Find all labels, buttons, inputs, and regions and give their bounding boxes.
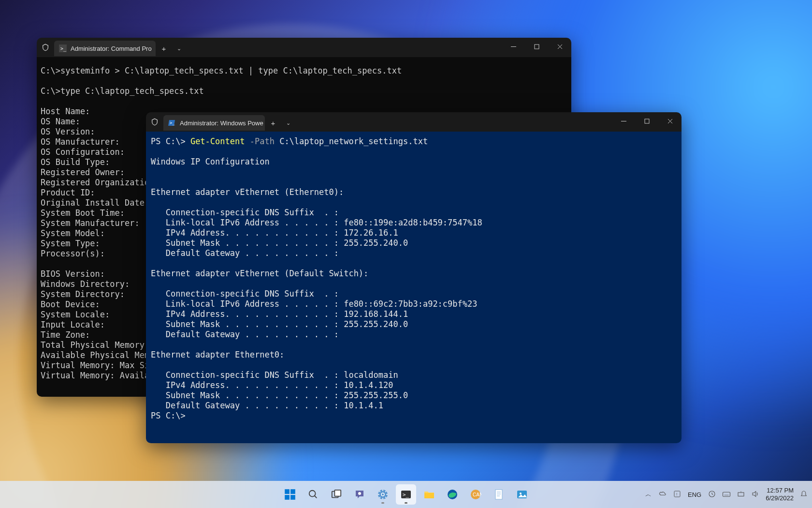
start-button[interactable] [280,484,300,505]
svg-rect-32 [424,493,434,498]
svg-text:>_: >_ [403,492,409,498]
admin-shield-icon [37,38,54,57]
ps-terminal-output[interactable]: PS C:\> Get-Content -Path C:\laptop_netw… [146,132,682,443]
svg-rect-12 [290,489,295,494]
svg-point-19 [358,492,361,495]
svg-rect-13 [285,495,290,500]
cmd-tab-title: Administrator: Command Pro [71,45,152,52]
svg-text:!: ! [676,492,677,496]
admin-shield-icon [146,112,163,132]
edge-canary-button[interactable]: CAN [465,484,486,505]
ps-minimize-button[interactable] [612,112,635,130]
ps-tab[interactable]: >_ Administrator: Windows Powe ✕ [163,115,265,131]
terminal-button[interactable]: >_ [396,484,416,505]
ps-new-tab-button[interactable]: + [265,115,281,131]
notepad-button[interactable] [489,484,509,505]
svg-rect-47 [738,493,744,496]
powershell-icon: >_ [168,119,176,127]
security-icon[interactable]: ! [673,490,682,499]
ps-tab-dropdown-icon[interactable]: ⌄ [281,115,295,131]
svg-rect-3 [535,45,539,49]
cmd-minimize-button[interactable] [502,38,525,55]
cmd-tab-dropdown-icon[interactable]: ⌄ [172,41,186,56]
svg-text:CAN: CAN [473,492,481,497]
ps-titlebar[interactable]: >_ Administrator: Windows Powe ✕ + ⌄ [146,112,682,132]
cmd-tab[interactable]: >_ Administrator: Command Pro ✕ [54,41,156,56]
cmd-tab-icon: >_ [59,45,67,52]
clock-time: 12:57 PM [766,487,794,494]
updates-icon[interactable] [708,490,716,500]
network-icon[interactable] [737,490,745,500]
volume-icon[interactable] [751,490,760,500]
svg-text:>_: >_ [60,46,67,52]
cmd-close-button[interactable] [548,38,571,55]
svg-rect-18 [334,490,341,496]
task-view-button[interactable] [326,484,347,505]
taskbar[interactable]: >_ CAN ︿ ! ENG [0,481,812,508]
keyboard-icon[interactable] [722,490,731,500]
clock[interactable]: 12:57 PM 6/29/2022 [766,487,794,502]
powershell-window: >_ Administrator: Windows Powe ✕ + ⌄ PS … [146,112,682,443]
onedrive-icon[interactable] [658,490,667,500]
system-tray: ︿ ! ENG 12:57 PM 6/29/2022 [644,487,808,502]
svg-rect-8 [645,119,649,123]
photos-button[interactable] [512,484,532,505]
ps-maximize-button[interactable] [635,112,658,130]
language-indicator[interactable]: ENG [687,491,702,498]
notifications-icon[interactable] [799,490,808,500]
file-explorer-button[interactable] [419,484,439,505]
svg-rect-45 [723,492,730,496]
ps-tab-title: Administrator: Windows Powe [180,120,263,127]
ps-close-button[interactable] [658,112,682,130]
svg-rect-36 [495,490,502,499]
search-button[interactable] [303,484,323,505]
edge-button[interactable] [442,484,463,505]
chat-button[interactable] [349,484,370,505]
cmd-titlebar[interactable]: >_ Administrator: Command Pro ✕ + ⌄ [37,38,571,57]
settings-button[interactable] [373,484,393,505]
tray-chevron-icon[interactable]: ︿ [644,490,652,499]
svg-text:>_: >_ [170,120,175,125]
svg-line-16 [315,496,317,498]
svg-point-15 [309,491,316,497]
cmd-new-tab-button[interactable]: + [156,41,172,56]
svg-rect-11 [285,489,290,494]
svg-rect-14 [290,495,295,500]
svg-point-41 [520,493,522,494]
cmd-maximize-button[interactable] [525,38,548,55]
clock-date: 6/29/2022 [766,494,794,502]
